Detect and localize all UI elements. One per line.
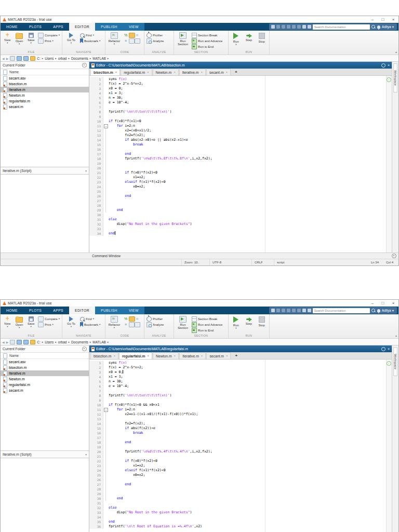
- code-line[interactable]: 2f(x) = 2^x-5*x+2;: [89, 82, 387, 86]
- code-line[interactable]: 34: [89, 515, 387, 520]
- line-number[interactable]: 11: [89, 124, 103, 128]
- code-line[interactable]: 11− for i=2:n: [89, 124, 387, 128]
- code-line[interactable]: 14 if abs(x2-x0)<e || abs(x2-x1)<e: [89, 138, 387, 142]
- code-line[interactable]: 23 elseif f(x1)*f(x2)<0: [89, 180, 387, 184]
- breadcrumb-segment[interactable]: C:: [37, 340, 41, 344]
- run-button[interactable]: Run▾: [231, 316, 242, 330]
- fold-gutter[interactable]: [103, 417, 109, 421]
- code-line[interactable]: 28: [89, 487, 387, 491]
- save-button[interactable]: Save▾: [26, 32, 36, 45]
- print-button[interactable]: Print▾: [38, 322, 60, 327]
- line-number[interactable]: 6: [89, 100, 103, 105]
- line-number[interactable]: 30: [89, 212, 103, 217]
- line-number[interactable]: 27: [89, 482, 103, 487]
- fold-gutter[interactable]: [103, 445, 109, 449]
- tab-editor[interactable]: EDITOR: [69, 23, 95, 31]
- new-button[interactable]: +New▾: [3, 316, 12, 328]
- line-number[interactable]: 18: [89, 156, 103, 161]
- new-tab-button[interactable]: +: [231, 70, 241, 74]
- close-tab-icon[interactable]: ×: [115, 71, 117, 74]
- fold-gutter[interactable]: [103, 231, 109, 236]
- breadcrumb-segment[interactable]: orbad: [58, 57, 67, 60]
- editor-menu-icon[interactable]: [381, 347, 385, 351]
- fold-gutter[interactable]: [103, 361, 109, 365]
- code-line[interactable]: 29: [89, 491, 387, 496]
- fold-gutter[interactable]: [103, 365, 109, 370]
- paste-icon[interactable]: [287, 309, 290, 312]
- editor-tab-secant.m[interactable]: secant.m×: [206, 352, 231, 359]
- file-row-Newton.m[interactable]: Newton.m: [1, 92, 89, 98]
- file-details-bar[interactable]: Iterative.m (Script) ▾: [1, 450, 89, 458]
- panel-menu-icon[interactable]: [82, 63, 87, 68]
- line-number[interactable]: 22: [89, 175, 103, 180]
- line-number[interactable]: 31: [89, 501, 103, 506]
- breadcrumb-segment[interactable]: MATLAB: [92, 340, 106, 344]
- step-button[interactable]: Step: [244, 316, 255, 325]
- line-number[interactable]: 20: [89, 166, 103, 170]
- editor-tab-regularfalsi.m[interactable]: regularfalsi.m×: [119, 352, 152, 359]
- run-section-button[interactable]: Run Section: [176, 32, 190, 46]
- file-row-Newton.m[interactable]: Newton.m: [1, 376, 89, 382]
- compare-button[interactable]: Compare▾: [38, 316, 60, 321]
- search-documentation-input[interactable]: [313, 308, 370, 313]
- status-zoom[interactable]: Zoom: 10..: [181, 259, 209, 265]
- code-line[interactable]: 17: [89, 435, 387, 440]
- fold-gutter[interactable]: [103, 393, 109, 398]
- smart-indent-icon[interactable]: ≡: [123, 322, 128, 327]
- code-line[interactable]: 21: [89, 454, 387, 459]
- code-line[interactable]: 21 if f(x0)*f(x2)<0: [89, 170, 387, 175]
- line-number[interactable]: 24: [89, 468, 103, 473]
- line-number[interactable]: 10: [89, 119, 103, 124]
- undo-icon[interactable]: [292, 309, 296, 312]
- command-window-bar[interactable]: Command Window: [1, 252, 398, 259]
- fold-gutter[interactable]: [103, 459, 109, 463]
- code-line[interactable]: 7: [89, 389, 387, 393]
- cut-icon[interactable]: [276, 309, 280, 312]
- breadcrumb-segment[interactable]: Users: [45, 57, 54, 60]
- fold-gutter[interactable]: [103, 449, 109, 454]
- browse-doc-icon[interactable]: [10, 56, 15, 61]
- wrap-comments-icon[interactable]: [129, 33, 135, 38]
- code-line[interactable]: 17 end: [89, 152, 387, 156]
- line-number[interactable]: 22: [89, 459, 103, 463]
- fold-gutter[interactable]: [103, 170, 109, 175]
- file-row-Iterative.m[interactable]: Iterative.m: [1, 87, 89, 92]
- fold-gutter[interactable]: [103, 506, 109, 510]
- profiler-button[interactable]: Profiler: [147, 33, 164, 37]
- cut-icon[interactable]: [276, 25, 280, 29]
- fold-gutter[interactable]: [103, 91, 109, 96]
- line-number[interactable]: 2: [89, 82, 103, 86]
- breadcrumb-segment[interactable]: orbad: [58, 340, 67, 344]
- code-line[interactable]: 27 end: [89, 482, 387, 487]
- fold-gutter[interactable]: [103, 166, 109, 170]
- code-editor[interactable]: 1syms f(x)2f(x) = 2^x-5*x+2;3x0 = 0;4x1 …: [89, 76, 392, 252]
- breadcrumb-segment[interactable]: MATLAB: [92, 57, 106, 60]
- fold-gutter[interactable]: [103, 384, 109, 389]
- save-button[interactable]: Save▾: [26, 316, 36, 328]
- back-icon[interactable]: ◀: [2, 340, 5, 344]
- line-number[interactable]: 12: [89, 412, 103, 417]
- code-line[interactable]: 8fprintf('\nn\t\txn\t\t\tf(xn)'): [89, 110, 387, 114]
- line-number[interactable]: 35: [89, 520, 103, 524]
- fold-gutter[interactable]: [103, 524, 109, 529]
- analyze-button[interactable]: Analyze: [147, 38, 164, 43]
- fold-gutter[interactable]: [103, 421, 109, 426]
- code-line[interactable]: 4x1 = 3;: [89, 375, 387, 379]
- editor-close-icon[interactable]: ×: [388, 347, 390, 351]
- editor-tab-Newton.m[interactable]: Newton.m×: [153, 69, 179, 75]
- code-line[interactable]: 31else: [89, 217, 387, 222]
- indent-left-icon[interactable]: [135, 322, 140, 327]
- close-button[interactable]: ×: [388, 16, 398, 23]
- code-line[interactable]: 36fprintf('\n\t Root of Equation is =%.4…: [89, 524, 387, 529]
- maximize-button[interactable]: □: [378, 16, 388, 23]
- status-encoding[interactable]: UTF-8: [209, 259, 251, 265]
- fold-gutter[interactable]: [103, 426, 109, 431]
- code-line[interactable]: 3x0 = 0;: [89, 86, 387, 91]
- code-line[interactable]: 9: [89, 398, 387, 403]
- close-tab-icon[interactable]: ×: [226, 71, 228, 74]
- fold-gutter[interactable]: −: [103, 407, 109, 412]
- redo-icon[interactable]: [297, 309, 301, 312]
- fold-gutter[interactable]: [103, 435, 109, 440]
- code-line[interactable]: 33 disp("No Root in the given Brackets"): [89, 510, 387, 515]
- close-tab-icon[interactable]: ×: [201, 354, 203, 357]
